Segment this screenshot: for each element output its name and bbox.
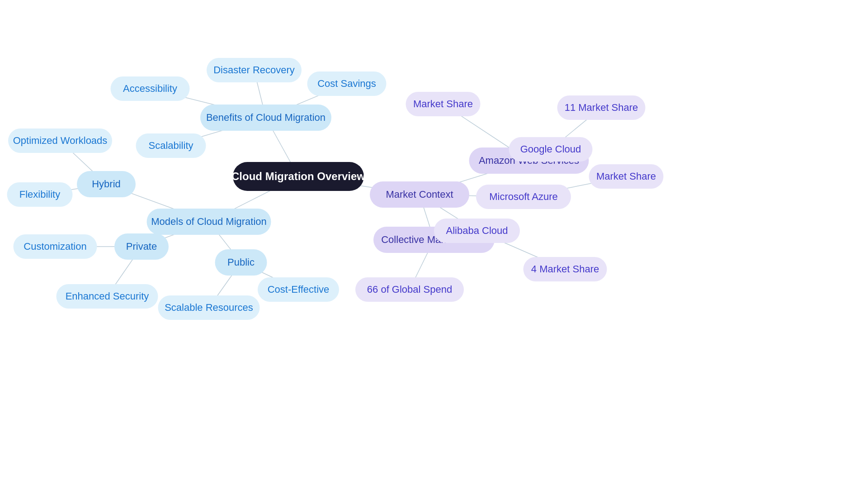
node-cost_savings[interactable]: Cost Savings [307,71,387,96]
node-accessibility[interactable]: Accessibility [111,76,190,101]
node-google_market_share[interactable]: 11 Market Share [557,95,646,120]
node-public[interactable]: Public [215,249,267,276]
node-center[interactable]: Cloud Migration Overview [233,162,364,191]
node-optimized_workloads[interactable]: Optimized Workloads [8,128,112,153]
node-microsoft_azure[interactable]: Microsoft Azure [476,185,571,209]
node-models[interactable]: Models of Cloud Migration [147,209,271,235]
node-alibaba_cloud[interactable]: Alibaba Cloud [434,219,520,243]
node-google_cloud[interactable]: Google Cloud [509,137,593,162]
node-flexibility[interactable]: Flexibility [7,182,73,207]
node-scalability[interactable]: Scalability [136,133,206,158]
node-private[interactable]: Private [114,233,169,260]
node-hybrid[interactable]: Hybrid [77,171,136,197]
mindmap-container: Cloud Migration OverviewBenefits of Clou… [0,0,868,490]
node-disaster_recovery[interactable]: Disaster Recovery [207,58,302,82]
node-global_spend[interactable]: 66 of Global Spend [355,277,464,302]
node-alibaba_market_share[interactable]: 4 Market Share [524,257,607,281]
node-aws_market_share[interactable]: Market Share [406,92,481,116]
node-enhanced_security[interactable]: Enhanced Security [57,284,158,309]
node-customization[interactable]: Customization [14,234,97,259]
node-cost_effective[interactable]: Cost-Effective [258,277,339,302]
node-benefits[interactable]: Benefits of Cloud Migration [200,105,331,131]
node-scalable_resources[interactable]: Scalable Resources [158,295,260,320]
node-market_context[interactable]: Market Context [370,181,469,208]
node-azure_market_share[interactable]: Market Share [589,164,664,189]
